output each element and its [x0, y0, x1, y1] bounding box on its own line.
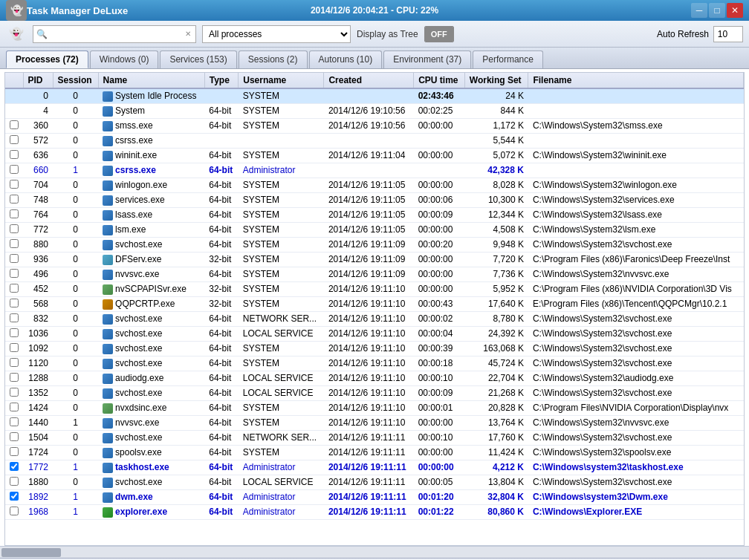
search-box[interactable]: 🔍 ✕: [33, 25, 196, 43]
col-username[interactable]: Username: [239, 73, 324, 88]
row-checkbox-cell[interactable]: [5, 281, 23, 296]
row-checkbox[interactable]: [10, 150, 19, 159]
row-checkbox[interactable]: [10, 507, 19, 515]
table-row[interactable]: 19681explorer.exe64-bitAdministrator2014…: [5, 504, 744, 519]
row-checkbox-cell[interactable]: [5, 296, 23, 311]
row-checkbox-cell[interactable]: [5, 88, 23, 103]
table-row[interactable]: 4520nvSCPAPISvr.exe32-bitSYSTEM2014/12/6…: [5, 281, 744, 296]
search-clear-button[interactable]: ✕: [184, 28, 192, 39]
row-checkbox[interactable]: [10, 209, 19, 218]
row-checkbox-cell[interactable]: [5, 163, 23, 178]
table-row[interactable]: 7720lsm.exe64-bitSYSTEM2014/12/6 19:11:0…: [5, 222, 744, 237]
table-row[interactable]: 40System64-bitSYSTEM2014/12/6 19:10:5600…: [5, 103, 744, 118]
tab-windows[interactable]: Windows (0): [90, 51, 159, 68]
row-checkbox-cell[interactable]: [5, 356, 23, 371]
table-row[interactable]: 7480services.exe64-bitSYSTEM2014/12/6 19…: [5, 192, 744, 207]
table-row[interactable]: 10360svchost.exe64-bitLOCAL SERVICE2014/…: [5, 326, 744, 341]
col-type[interactable]: Type: [204, 73, 239, 88]
table-row[interactable]: 00System Idle ProcessSYSTEM02:43:4624 K: [5, 88, 744, 103]
row-checkbox-cell[interactable]: [5, 148, 23, 163]
row-checkbox[interactable]: [10, 447, 19, 456]
row-checkbox-cell[interactable]: [5, 252, 23, 267]
table-row[interactable]: 14401nvvsvc.exe64-bitSYSTEM2014/12/6 19:…: [5, 415, 744, 430]
table-row[interactable]: 8800svchost.exe64-bitSYSTEM2014/12/6 19:…: [5, 237, 744, 252]
col-pid[interactable]: PID: [23, 73, 53, 88]
row-checkbox[interactable]: [10, 373, 19, 382]
row-checkbox-cell[interactable]: [5, 385, 23, 400]
row-checkbox-cell[interactable]: [5, 192, 23, 207]
row-checkbox-cell[interactable]: [5, 371, 23, 385]
table-row[interactable]: 7040winlogon.exe64-bitSYSTEM2014/12/6 19…: [5, 178, 744, 192]
close-button[interactable]: ✕: [727, 3, 743, 18]
row-checkbox-cell[interactable]: [5, 445, 23, 460]
table-row[interactable]: 13520svchost.exe64-bitLOCAL SERVICE2014/…: [5, 385, 744, 400]
table-row[interactable]: 11200svchost.exe64-bitSYSTEM2014/12/6 19…: [5, 356, 744, 371]
col-workingset[interactable]: Working Set: [464, 73, 528, 88]
row-checkbox-cell[interactable]: [5, 415, 23, 430]
table-row[interactable]: 9360DFServ.exe32-bitSYSTEM2014/12/6 19:1…: [5, 252, 744, 267]
row-checkbox-cell[interactable]: [5, 178, 23, 192]
row-checkbox-cell[interactable]: [5, 207, 23, 222]
row-checkbox[interactable]: [10, 120, 19, 129]
table-row[interactable]: 12880audiodg.exe64-bitLOCAL SERVICE2014/…: [5, 371, 744, 385]
row-checkbox[interactable]: [10, 343, 19, 352]
row-checkbox-cell[interactable]: [5, 222, 23, 237]
search-input[interactable]: [51, 29, 184, 39]
row-checkbox-cell[interactable]: [5, 460, 23, 475]
table-row[interactable]: 6601csrss.exe64-bitAdministrator42,328 K: [5, 163, 744, 178]
row-checkbox[interactable]: [10, 388, 19, 397]
row-checkbox-cell[interactable]: [5, 103, 23, 118]
tab-services[interactable]: Services (153): [160, 51, 236, 68]
row-checkbox-cell[interactable]: [5, 267, 23, 281]
process-filter-dropdown[interactable]: All processes: [202, 25, 351, 43]
row-checkbox-cell[interactable]: [5, 430, 23, 445]
maximize-button[interactable]: □: [709, 3, 725, 18]
tab-performance[interactable]: Performance: [473, 51, 543, 68]
row-checkbox-cell[interactable]: [5, 489, 23, 504]
row-checkbox[interactable]: [10, 492, 19, 501]
col-created[interactable]: Created: [324, 73, 414, 88]
display-tree-toggle[interactable]: OFF: [424, 26, 454, 42]
row-checkbox[interactable]: [10, 477, 19, 486]
table-row[interactable]: 5680QQPCRTP.exe32-bitSYSTEM2014/12/6 19:…: [5, 296, 744, 311]
hscroll-thumb[interactable]: [1, 548, 61, 557]
row-checkbox[interactable]: [10, 254, 19, 263]
table-row[interactable]: 14240nvxdsinc.exe64-bitSYSTEM2014/12/6 1…: [5, 400, 744, 415]
auto-refresh-input[interactable]: [713, 26, 743, 42]
row-checkbox[interactable]: [10, 299, 19, 307]
row-checkbox[interactable]: [10, 165, 19, 174]
table-row[interactable]: 7640lsass.exe64-bitSYSTEM2014/12/6 19:11…: [5, 207, 744, 222]
minimize-button[interactable]: ─: [691, 3, 707, 18]
table-row[interactable]: 6360wininit.exe64-bitSYSTEM2014/12/6 19:…: [5, 148, 744, 163]
col-name[interactable]: Name: [98, 73, 204, 88]
table-row[interactable]: 10920svchost.exe64-bitSYSTEM2014/12/6 19…: [5, 341, 744, 356]
row-checkbox-cell[interactable]: [5, 118, 23, 133]
table-row[interactable]: 17240spoolsv.exe64-bitSYSTEM2014/12/6 19…: [5, 445, 744, 460]
table-row[interactable]: 18921dwm.exe64-bitAdministrator2014/12/6…: [5, 489, 744, 504]
row-checkbox-cell[interactable]: [5, 133, 23, 148]
tab-autoruns[interactable]: Autoruns (10): [309, 51, 383, 68]
row-checkbox[interactable]: [10, 328, 19, 337]
row-checkbox-cell[interactable]: [5, 475, 23, 489]
table-row[interactable]: 18800svchost.exe64-bitLOCAL SERVICE2014/…: [5, 475, 744, 489]
row-checkbox[interactable]: [10, 313, 19, 322]
table-row[interactable]: 17721taskhost.exe64-bitAdministrator2014…: [5, 460, 744, 475]
row-checkbox-cell[interactable]: [5, 237, 23, 252]
row-checkbox-cell[interactable]: [5, 341, 23, 356]
col-cputime[interactable]: CPU time: [414, 73, 465, 88]
row-checkbox[interactable]: [10, 417, 19, 426]
horizontal-scrollbar[interactable]: [0, 546, 749, 558]
table-row[interactable]: 15040svchost.exe64-bitNETWORK SER...2014…: [5, 430, 744, 445]
table-row[interactable]: 4960nvvsvc.exe64-bitSYSTEM2014/12/6 19:1…: [5, 267, 744, 281]
table-row[interactable]: 5720csrss.exe5,544 K: [5, 133, 744, 148]
row-checkbox[interactable]: [10, 224, 19, 233]
row-checkbox[interactable]: [10, 135, 19, 144]
row-checkbox[interactable]: [10, 358, 19, 367]
tab-processes[interactable]: Processes (72): [6, 51, 88, 68]
tab-sessions[interactable]: Sessions (2): [239, 51, 308, 68]
col-filename[interactable]: Filename: [528, 73, 744, 88]
col-session[interactable]: Session: [53, 73, 98, 88]
row-checkbox[interactable]: [10, 180, 19, 189]
row-checkbox[interactable]: [10, 462, 19, 471]
row-checkbox[interactable]: [10, 403, 19, 411]
